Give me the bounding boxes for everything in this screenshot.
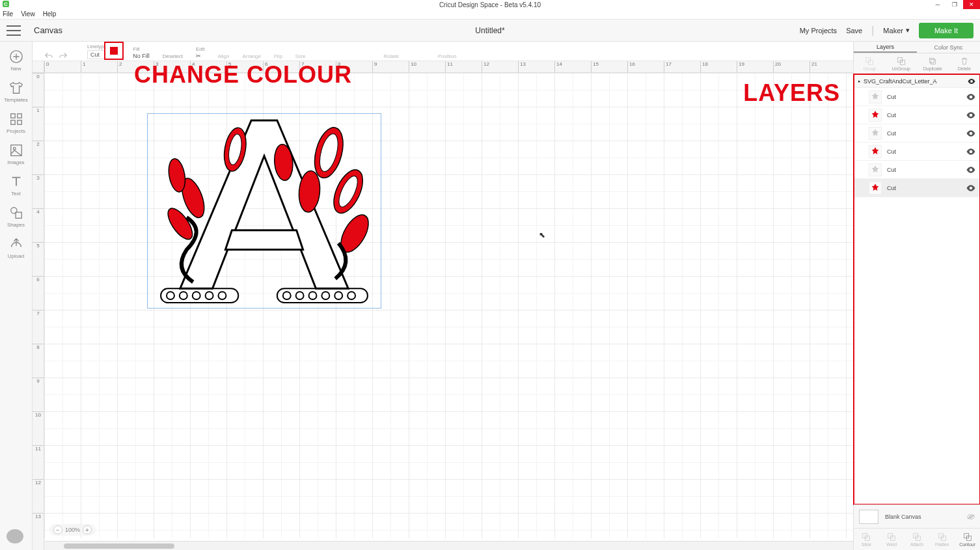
layer-action-delete[interactable]: Delete xyxy=(949,57,979,71)
layer-thumbnail xyxy=(869,182,882,195)
visibility-eye-icon[interactable] xyxy=(966,185,975,191)
ruler-tick: 11 xyxy=(33,445,44,479)
hamburger-menu-icon[interactable] xyxy=(7,25,21,36)
menu-view[interactable]: View xyxy=(21,10,35,18)
layer-row[interactable]: Cut xyxy=(854,88,979,106)
ruler-tick: 3 xyxy=(33,174,44,208)
ruler-tick: 10 xyxy=(409,61,445,72)
layer-row[interactable]: Cut xyxy=(854,179,979,197)
ruler-vertical: 012345678910111213 xyxy=(33,73,44,550)
svg-point-17 xyxy=(180,292,187,299)
canvas-label: Canvas xyxy=(34,25,62,35)
layer-row[interactable]: Cut xyxy=(854,106,979,124)
tool-upload[interactable]: Upload xyxy=(1,234,32,262)
ruler-tick: 8 xyxy=(33,344,44,378)
ruler-tick: 17 xyxy=(664,61,700,72)
blank-canvas-swatch[interactable] xyxy=(859,510,878,524)
layer-label: Cut xyxy=(887,167,896,173)
tool-images[interactable]: Images xyxy=(1,141,32,168)
svg-point-20 xyxy=(218,292,226,299)
shapes-icon xyxy=(9,206,23,220)
edit-label[interactable]: Edit xyxy=(196,46,205,52)
visibility-eye-icon[interactable] xyxy=(966,94,975,100)
machine-name: Maker xyxy=(883,27,903,34)
options-bar: Linetype Cut Fill No Fill Deselect Edit✂… xyxy=(33,42,853,61)
size-label: Size xyxy=(295,53,306,59)
mouse-cursor-icon: ⬉ xyxy=(539,230,547,241)
close-button[interactable]: ✕ xyxy=(963,0,980,9)
color-swatch-inner xyxy=(110,47,118,55)
visibility-eye-icon[interactable] xyxy=(966,148,975,155)
chat-bubble-icon[interactable] xyxy=(7,529,23,543)
save-button[interactable]: Save xyxy=(846,27,862,34)
contour-icon xyxy=(963,532,972,542)
canvas-area: Linetype Cut Fill No Fill Deselect Edit✂… xyxy=(33,42,853,550)
layer-action-duplicate[interactable]: Duplicate xyxy=(918,57,947,71)
visibility-eye-icon[interactable] xyxy=(966,112,975,118)
tool-label: Templates xyxy=(4,97,27,103)
ruler-corner xyxy=(33,61,44,73)
horizontal-scrollbar[interactable] xyxy=(44,541,853,550)
align-label[interactable]: Align xyxy=(218,53,230,59)
layer-row[interactable]: Cut xyxy=(854,161,979,179)
bottom-action-flatten: Flatten xyxy=(931,532,954,547)
ruler-tick: 9 xyxy=(33,378,44,411)
undo-icon[interactable] xyxy=(44,51,53,59)
layer-label: Cut xyxy=(887,130,896,137)
tab-color-sync[interactable]: Color Sync xyxy=(917,42,980,53)
layer-action-group: Group xyxy=(854,57,884,71)
redo-icon[interactable] xyxy=(59,51,68,59)
tool-templates[interactable]: Templates xyxy=(1,78,32,105)
maximize-button[interactable]: ❐ xyxy=(946,0,963,9)
layer-row[interactable]: Cut xyxy=(854,143,979,161)
fill-value[interactable]: No Fill xyxy=(133,53,150,59)
flip-label[interactable]: Flip xyxy=(274,53,282,59)
ruler-tick: 21 xyxy=(810,61,846,72)
tool-new[interactable]: New xyxy=(1,47,32,74)
os-titlebar: C Cricut Design Space - Beta v5.4.10 ─ ❐… xyxy=(0,0,980,9)
svg-point-26 xyxy=(347,292,355,299)
collapse-icon[interactable]: ▸ xyxy=(858,79,861,84)
cut-icon[interactable]: ✂ xyxy=(196,53,205,59)
layer-group-header[interactable]: ▸ SVG_CraftAndCut_Letter_A xyxy=(854,75,979,88)
make-it-button[interactable]: Make It xyxy=(919,23,973,38)
zoom-in-button[interactable]: + xyxy=(83,525,92,534)
ruler-tick: 14 xyxy=(554,61,591,72)
tool-text[interactable]: Text xyxy=(1,172,32,199)
arrange-label[interactable]: Arrange xyxy=(242,53,260,59)
my-projects-link[interactable]: My Projects xyxy=(800,27,837,34)
visibility-eye-icon[interactable] xyxy=(966,130,975,137)
plus-icon xyxy=(9,49,23,64)
bottom-action-slice: Slice xyxy=(854,532,878,547)
upload-icon xyxy=(9,237,23,251)
blank-canvas-label: Blank Canvas xyxy=(885,514,960,520)
slice-icon xyxy=(862,532,871,542)
attach-icon xyxy=(912,532,921,542)
color-swatch[interactable] xyxy=(104,42,124,60)
canvas[interactable]: 0123456789101112131415161718192021 01234… xyxy=(33,61,853,550)
tab-layers[interactable]: Layers xyxy=(854,42,917,53)
right-panel: Layers Color Sync GroupUnGroupDuplicateD… xyxy=(853,42,980,550)
tool-label: Text xyxy=(11,191,21,197)
machine-select[interactable]: Maker ▾ xyxy=(883,26,910,34)
deselect-label[interactable]: Deselect xyxy=(163,53,183,59)
svg-point-24 xyxy=(321,292,329,299)
bottom-action-contour[interactable]: Contour xyxy=(956,532,979,547)
zoom-value: 100% xyxy=(65,527,80,533)
menu-help[interactable]: Help xyxy=(43,10,57,18)
ruler-tick: 1 xyxy=(81,61,117,72)
tool-shapes[interactable]: Shapes xyxy=(1,203,32,230)
layer-row[interactable]: Cut xyxy=(854,124,979,143)
document-title[interactable]: Untitled* xyxy=(475,26,504,35)
minimize-button[interactable]: ─ xyxy=(929,0,946,9)
layer-action-ungroup[interactable]: UnGroup xyxy=(886,57,916,71)
blank-canvas-row: Blank Canvas xyxy=(854,504,980,528)
zoom-out-button[interactable]: − xyxy=(53,525,62,534)
visibility-eye-icon[interactable] xyxy=(966,167,975,173)
visibility-off-icon[interactable] xyxy=(967,514,975,519)
visibility-eye-icon[interactable] xyxy=(968,79,975,84)
tool-projects[interactable]: Projects xyxy=(1,109,32,137)
selected-artwork[interactable] xyxy=(147,113,381,309)
menu-file[interactable]: File xyxy=(3,10,13,18)
separator: | xyxy=(871,25,874,36)
